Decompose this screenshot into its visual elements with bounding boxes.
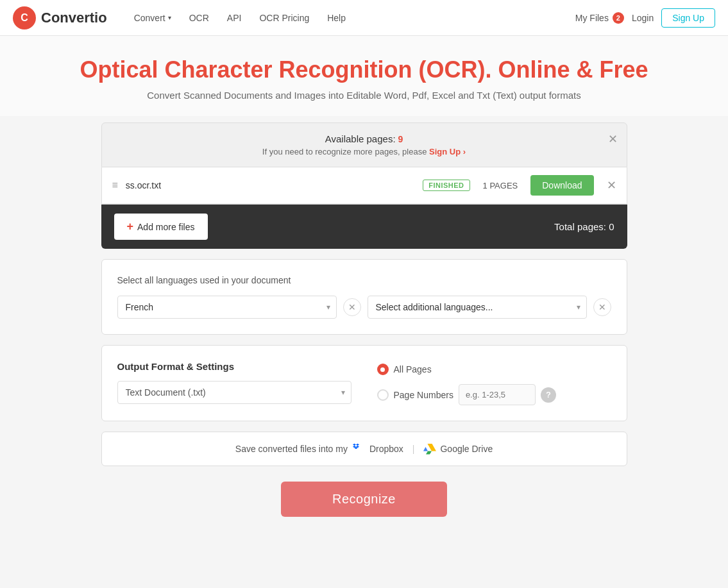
gdrive-link[interactable]: Google Drive bbox=[423, 442, 493, 455]
dropbox-icon bbox=[353, 442, 366, 455]
save-divider: | bbox=[412, 444, 415, 454]
nav-links: Convert ▾ OCR API OCR Pricing Help bbox=[126, 8, 575, 28]
login-button[interactable]: Login bbox=[632, 13, 654, 23]
hero-subtitle: Convert Scanned Documents and Images int… bbox=[13, 90, 715, 101]
recognize-wrap: Recognize bbox=[101, 482, 627, 517]
page-numbers-radio-circle bbox=[377, 389, 389, 401]
signup-button[interactable]: Sign Up bbox=[661, 8, 715, 28]
page-numbers-input[interactable] bbox=[459, 384, 536, 405]
output-panel: Output Format & Settings Text Document (… bbox=[101, 345, 627, 421]
output-left: Output Format & Settings Text Document (… bbox=[117, 361, 351, 404]
file-name: ss.ocr.txt bbox=[126, 180, 415, 190]
available-banner: Available pages: 9 If you need to recogn… bbox=[101, 122, 627, 167]
hero-title: Optical Character Recognition (OCR). Onl… bbox=[13, 56, 715, 83]
logo-icon: C bbox=[13, 6, 36, 29]
primary-language-clear-button[interactable]: ✕ bbox=[343, 298, 361, 316]
page-numbers-label: Page Numbers bbox=[394, 390, 453, 400]
output-right: All Pages Page Numbers ? bbox=[377, 361, 611, 405]
add-files-label: Add more files bbox=[137, 222, 194, 232]
secondary-language-clear-button[interactable]: ✕ bbox=[593, 298, 611, 316]
svg-text:C: C bbox=[21, 12, 28, 23]
secondary-language-wrapper: Select additional languages... English F… bbox=[368, 296, 587, 319]
all-pages-radio-circle bbox=[377, 364, 389, 375]
help-button[interactable]: ? bbox=[541, 387, 556, 403]
add-more-files-button[interactable]: + Add more files bbox=[114, 214, 208, 240]
nav-help[interactable]: Help bbox=[319, 8, 353, 28]
save-label: Save converted files into my bbox=[235, 444, 348, 454]
file-icon: ≡ bbox=[112, 180, 118, 191]
gdrive-icon bbox=[423, 442, 436, 455]
pages-count: 9 bbox=[398, 134, 403, 144]
file-pages: 1 PAGES bbox=[483, 181, 518, 190]
download-button[interactable]: Download bbox=[530, 175, 593, 196]
output-title: Output Format & Settings bbox=[117, 361, 351, 372]
banner-signup-link[interactable]: Sign Up › bbox=[429, 147, 466, 156]
pages-radio-group: All Pages Page Numbers ? bbox=[377, 364, 611, 405]
file-status-badge: FINISHED bbox=[423, 180, 470, 191]
nav-ocr[interactable]: OCR bbox=[182, 8, 217, 28]
svg-marker-3 bbox=[423, 447, 428, 451]
main-content: Available pages: 9 If you need to recogn… bbox=[89, 116, 640, 542]
output-inner: Output Format & Settings Text Document (… bbox=[117, 361, 611, 405]
navbar: C Convertio Convert ▾ OCR API OCR Pricin… bbox=[0, 0, 728, 36]
plus-icon: + bbox=[127, 220, 134, 233]
svg-marker-4 bbox=[426, 451, 432, 455]
primary-language-select[interactable]: French English Spanish German Italian bbox=[117, 296, 337, 319]
all-pages-radio[interactable]: All Pages bbox=[377, 364, 611, 375]
dropbox-link[interactable]: Dropbox bbox=[353, 442, 403, 455]
all-pages-label: All Pages bbox=[394, 364, 432, 374]
banner-close-button[interactable]: ✕ bbox=[608, 132, 618, 146]
logo[interactable]: C Convertio bbox=[13, 6, 107, 29]
file-row: ≡ ss.ocr.txt FINISHED 1 PAGES Download ✕ bbox=[102, 167, 627, 204]
total-pages-label: Total pages: 0 bbox=[554, 221, 614, 232]
my-files-button[interactable]: My Files 2 bbox=[575, 12, 624, 24]
hero-section: Optical Character Recognition (OCR). Onl… bbox=[0, 36, 728, 116]
add-files-bar: + Add more files Total pages: 0 bbox=[101, 205, 627, 249]
file-remove-button[interactable]: ✕ bbox=[607, 178, 616, 192]
nav-api[interactable]: API bbox=[219, 8, 250, 28]
recognize-button[interactable]: Recognize bbox=[281, 482, 447, 517]
pages-sub: If you need to recognize more pages, ple… bbox=[115, 147, 614, 156]
dropbox-label: Dropbox bbox=[369, 444, 403, 454]
nav-convert[interactable]: Convert ▾ bbox=[126, 8, 179, 28]
pages-label: Available pages: bbox=[325, 133, 396, 144]
format-select[interactable]: Text Document (.txt) Word Document (.doc… bbox=[117, 381, 351, 404]
page-numbers-row: Page Numbers ? bbox=[377, 384, 611, 405]
language-row: French English Spanish German Italian ▾ … bbox=[117, 296, 611, 319]
convert-chevron: ▾ bbox=[168, 14, 171, 21]
language-panel: Select all languages used in your docume… bbox=[101, 259, 627, 335]
format-select-wrapper: Text Document (.txt) Word Document (.doc… bbox=[117, 381, 351, 404]
svg-marker-2 bbox=[428, 444, 437, 451]
nav-ocr-pricing[interactable]: OCR Pricing bbox=[251, 8, 317, 28]
files-badge: 2 bbox=[613, 12, 624, 24]
logo-text: Convertio bbox=[41, 10, 107, 26]
file-area: ≡ ss.ocr.txt FINISHED 1 PAGES Download ✕ bbox=[101, 167, 627, 205]
secondary-language-select[interactable]: Select additional languages... English F… bbox=[368, 296, 587, 319]
page-numbers-radio[interactable]: Page Numbers bbox=[377, 389, 453, 401]
save-panel: Save converted files into my Dropbox | G… bbox=[101, 432, 627, 466]
nav-right: My Files 2 Login Sign Up bbox=[575, 8, 715, 28]
language-prompt: Select all languages used in your docume… bbox=[117, 275, 611, 285]
pages-info: Available pages: 9 bbox=[115, 133, 614, 144]
primary-language-wrapper: French English Spanish German Italian ▾ bbox=[117, 296, 337, 319]
gdrive-label: Google Drive bbox=[440, 444, 493, 454]
